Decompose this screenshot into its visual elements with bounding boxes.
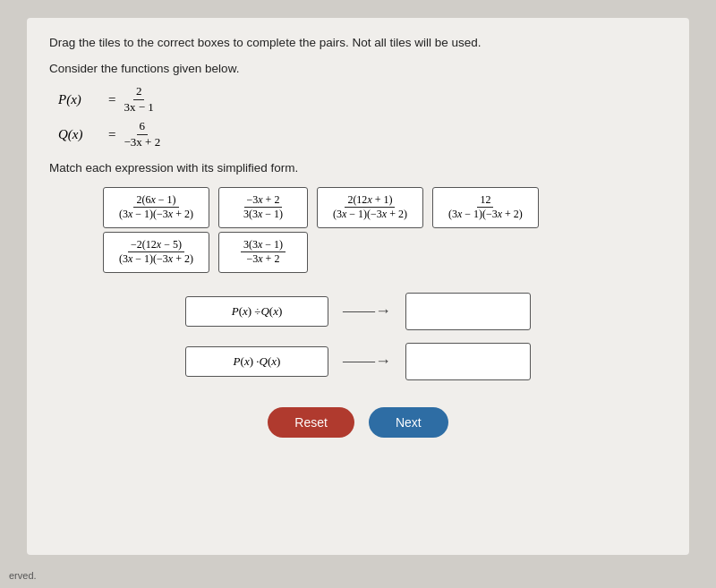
match-row-multiply: P(x) · Q(x) ——→ [185,343,531,380]
q-label: Q(x) [58,127,103,142]
tile-1[interactable]: 2(6x − 1) (3x − 1)(−3x + 2) [103,187,209,228]
tiles-row1: 2(6x − 1) (3x − 1)(−3x + 2) −3x + 2 3(3x… [103,187,667,228]
tile-6[interactable]: 3(3x − 1) −3x + 2 [218,232,308,273]
q-fraction: 6 −3x + 2 [121,119,163,150]
main-container: Drag the tiles to the correct boxes to c… [27,18,689,555]
functions-block: P(x) = 2 3x − 1 Q(x) = 6 −3x + 2 [58,84,667,150]
tile-5[interactable]: −2(12x − 5) (3x − 1)(−3x + 2) [103,232,209,273]
consider-text: Consider the functions given below. [49,62,667,75]
p-function-row: P(x) = 2 3x − 1 [58,84,667,115]
tile-2[interactable]: −3x + 2 3(3x − 1) [218,187,308,228]
p-equals: = [108,92,115,107]
tile-3[interactable]: 2(12x + 1) (3x − 1)(−3x + 2) [317,187,423,228]
matching-section: P(x) ÷ Q(x) ——→ P(x) · Q(x) ——→ [49,293,667,380]
arrow-divide: ——→ [343,302,391,320]
q-function-row: Q(x) = 6 −3x + 2 [58,119,667,150]
footer-text: erved. [9,570,37,581]
drop-box-divide[interactable] [405,293,531,330]
arrow-multiply: ——→ [343,352,391,371]
p-denominator: 3x − 1 [121,100,156,115]
q-denominator: −3x + 2 [121,135,163,150]
p-label: P(x) [58,92,103,107]
match-text: Match each expression with its simplifie… [49,161,667,175]
divide-label: P(x) ÷ Q(x) [185,296,328,327]
p-fraction: 2 3x − 1 [121,84,156,115]
buttons-row: Reset Next [49,407,667,438]
q-equals: = [108,127,115,142]
q-numerator: 6 [137,119,149,135]
tiles-row2: −2(12x − 5) (3x − 1)(−3x + 2) 3(3x − 1) … [103,232,667,273]
tile-4[interactable]: 12 (3x − 1)(−3x + 2) [432,187,539,228]
tiles-wrapper: 2(6x − 1) (3x − 1)(−3x + 2) −3x + 2 3(3x… [49,187,667,273]
multiply-label: P(x) · Q(x) [185,346,328,377]
next-button[interactable]: Next [369,407,448,438]
reset-button[interactable]: Reset [268,407,354,438]
match-row-divide: P(x) ÷ Q(x) ——→ [185,293,531,330]
p-numerator: 2 [133,84,145,100]
instruction-text: Drag the tiles to the correct boxes to c… [49,36,667,49]
drop-box-multiply[interactable] [405,343,531,380]
